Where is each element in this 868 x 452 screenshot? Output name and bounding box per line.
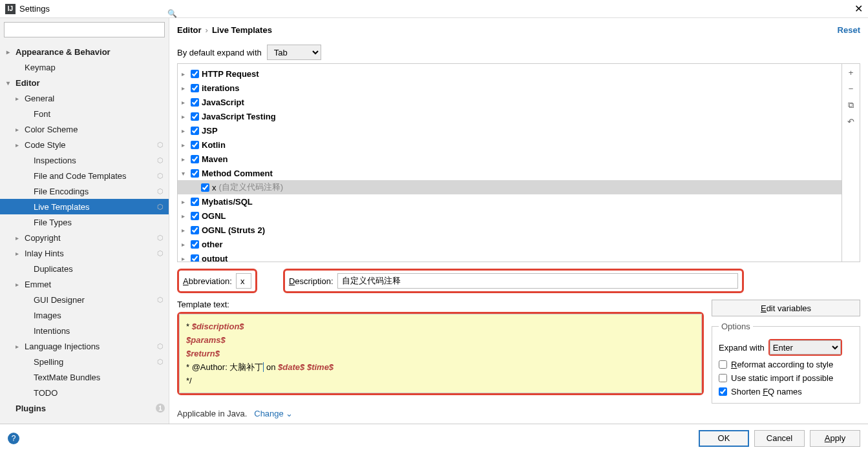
group-label: Method Comment <box>202 169 273 178</box>
crumb-editor[interactable]: Editor <box>177 25 202 35</box>
sidebar-item-file-and-code-templates[interactable]: File and Code Templates⬡ <box>0 168 169 183</box>
sidebar-item-label: Images <box>34 311 61 320</box>
ok-button[interactable]: OK <box>699 430 749 447</box>
template-group[interactable]: ▸HTTP Request <box>178 67 842 81</box>
template-item[interactable]: x(自定义代码注释) <box>178 180 842 194</box>
sidebar-item-textmate-bundles[interactable]: TextMate Bundles <box>0 369 169 385</box>
change-link[interactable]: Change ⌄ <box>254 409 293 418</box>
sidebar-item-images[interactable]: Images <box>0 307 169 323</box>
close-icon[interactable]: ✕ <box>854 3 863 15</box>
group-checkbox[interactable] <box>191 84 199 92</box>
arrow-icon: ▸ <box>16 250 25 257</box>
group-label: Mybatis/SQL <box>202 197 253 207</box>
sidebar-item-label: Spelling <box>34 357 63 367</box>
expand-select[interactable]: Tab <box>267 45 321 60</box>
sidebar-item-spelling[interactable]: Spelling⬡ <box>0 354 169 369</box>
group-checkbox[interactable] <box>191 155 199 163</box>
cancel-button[interactable]: Cancel <box>754 430 805 447</box>
sidebar-item-plugins[interactable]: Plugins1 <box>0 400 169 416</box>
abbreviation-input[interactable] <box>236 273 251 289</box>
template-group[interactable]: ▸OGNL (Struts 2) <box>178 223 842 237</box>
template-text-editor[interactable]: * $discription$ $params$ $return$ * @Aut… <box>179 314 702 393</box>
item-checkbox[interactable] <box>201 183 209 192</box>
sidebar-item-label: Code Style <box>25 140 66 150</box>
arrow-icon: ▸ <box>182 113 191 120</box>
group-checkbox[interactable] <box>191 98 199 107</box>
sidebar-item-file-encodings[interactable]: File Encodings⬡ <box>0 183 169 199</box>
description-input[interactable] <box>337 273 738 289</box>
group-checkbox[interactable] <box>191 226 199 234</box>
help-icon[interactable]: ? <box>8 433 19 444</box>
template-group[interactable]: ▸output <box>178 251 842 262</box>
template-group[interactable]: ▸OGNL <box>178 209 842 223</box>
group-checkbox[interactable] <box>191 112 199 121</box>
arrow-icon: ▸ <box>182 156 191 163</box>
applicable-row: Applicable in Java. Change ⌄ <box>169 404 868 424</box>
group-checkbox[interactable] <box>191 127 199 135</box>
scope-icon: ⬡ <box>156 171 165 180</box>
sidebar-item-file-types[interactable]: File Types <box>0 214 169 230</box>
scope-icon: ⬡ <box>156 140 165 149</box>
sidebar-item-label: GUI Designer <box>34 295 85 305</box>
template-group[interactable]: ▸other <box>178 237 842 251</box>
remove-icon[interactable]: − <box>849 84 854 94</box>
arrow-icon: ▸ <box>182 255 191 262</box>
group-checkbox[interactable] <box>191 141 199 149</box>
expand-label: By default expand with <box>177 48 262 57</box>
group-checkbox[interactable] <box>191 198 199 206</box>
reset-link[interactable]: Reset <box>838 25 860 35</box>
sidebar-item-gui-designer[interactable]: GUI Designer⬡ <box>0 292 169 307</box>
sidebar-item-label: Inlay Hints <box>25 249 64 258</box>
sidebar-item-emmet[interactable]: ▸Emmet <box>0 276 169 292</box>
group-checkbox[interactable] <box>191 254 199 262</box>
template-group[interactable]: ▸JavaScript Testing <box>178 109 842 123</box>
group-checkbox[interactable] <box>191 240 199 249</box>
template-group[interactable]: ▸Mybatis/SQL <box>178 194 842 209</box>
chevron-down-icon: ⌄ <box>286 409 293 418</box>
copy-icon[interactable]: ⧉ <box>848 100 854 110</box>
sidebar-item-code-style[interactable]: ▸Code Style⬡ <box>0 137 169 152</box>
sidebar-item-inlay-hints[interactable]: ▸Inlay Hints⬡ <box>0 245 169 261</box>
template-group[interactable]: ▾Method Comment <box>178 166 842 180</box>
group-label: iterations <box>202 83 240 93</box>
apply-button[interactable]: Apply <box>810 430 860 447</box>
edit-variables-button[interactable]: Edit variables <box>712 300 860 316</box>
sidebar-item-language-injections[interactable]: ▸Language Injections⬡ <box>0 338 169 354</box>
arrow-icon: ▸ <box>16 343 25 350</box>
sidebar-item-color-scheme[interactable]: ▸Color Scheme <box>0 121 169 137</box>
template-group[interactable]: ▸Maven <box>178 152 842 166</box>
expand-with-select[interactable]: Enter <box>770 340 841 354</box>
app-icon: IJ <box>5 4 16 14</box>
count-badge: 1 <box>156 404 165 413</box>
sidebar-item-label: General <box>25 94 54 103</box>
template-group[interactable]: ▸JSP <box>178 123 842 138</box>
scope-icon: ⬡ <box>156 357 165 366</box>
group-checkbox[interactable] <box>191 70 199 78</box>
abbr-label: Abbreviation: <box>183 276 232 286</box>
group-checkbox[interactable] <box>191 212 199 220</box>
sidebar-item-duplicates[interactable]: Duplicates <box>0 261 169 276</box>
template-group[interactable]: ▸JavaScript <box>178 95 842 109</box>
sidebar-item-todo[interactable]: TODO <box>0 385 169 400</box>
template-list[interactable]: ▸HTTP Request▸iterations▸JavaScript▸Java… <box>178 64 842 262</box>
sidebar-item-inspections[interactable]: Inspections⬡ <box>0 152 169 168</box>
reformat-checkbox[interactable] <box>719 360 727 369</box>
static-import-checkbox[interactable] <box>719 374 727 382</box>
template-group[interactable]: ▸iterations <box>178 81 842 95</box>
search-input[interactable] <box>4 22 165 37</box>
template-group[interactable]: ▸Kotlin <box>178 138 842 152</box>
sidebar-item-live-templates[interactable]: Live Templates⬡ <box>0 199 169 214</box>
arrow-icon: ▸ <box>182 127 191 134</box>
sidebar-item-intentions[interactable]: Intentions <box>0 323 169 338</box>
add-icon[interactable]: + <box>849 68 854 77</box>
sidebar-item-general[interactable]: ▸General <box>0 90 169 106</box>
sidebar-item-keymap[interactable]: Keymap <box>0 59 169 75</box>
sidebar-item-font[interactable]: Font <box>0 106 169 121</box>
shorten-fq-checkbox[interactable] <box>719 387 727 396</box>
sidebar-item-copyright[interactable]: ▸Copyright⬡ <box>0 230 169 245</box>
sidebar-item-editor[interactable]: ▾Editor <box>0 75 169 90</box>
group-checkbox[interactable] <box>191 169 199 178</box>
revert-icon[interactable]: ↶ <box>847 117 854 127</box>
sidebar-item-appearance-behavior[interactable]: ▸Appearance & Behavior <box>0 44 169 59</box>
scope-icon: ⬡ <box>156 156 165 165</box>
